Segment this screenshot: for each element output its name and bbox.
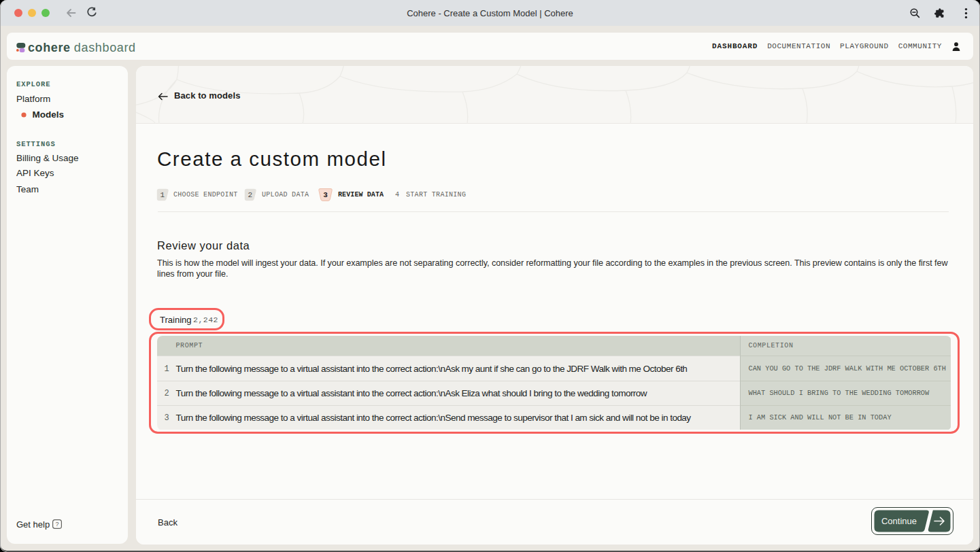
svg-text:3: 3 — [323, 191, 328, 199]
svg-text:?: ? — [55, 521, 58, 528]
svg-text:1: 1 — [160, 191, 165, 199]
svg-text:Continue: Continue — [881, 516, 916, 526]
svg-text:2: 2 — [248, 191, 252, 199]
